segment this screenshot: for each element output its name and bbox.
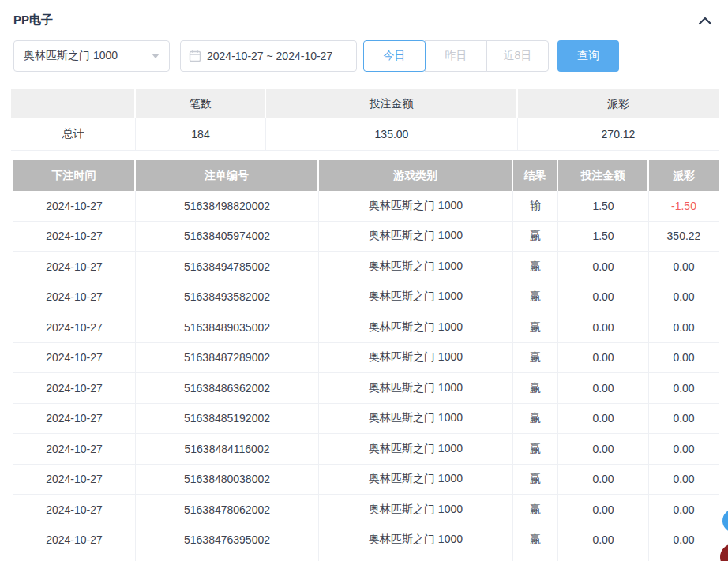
- cell-bet-id: 51638489035002: [136, 312, 319, 343]
- cell-game-category: 奥林匹斯之门 1000: [319, 343, 513, 374]
- table-row: 2024-10-2751638498820002奥林匹斯之门 1000输1.50…: [13, 191, 719, 222]
- cell-result: 赢: [513, 312, 558, 343]
- cell-result: 赢: [513, 525, 558, 556]
- cell-payout: 0.00: [649, 495, 719, 525]
- table-row: 2024-10-2751638484116002奥林匹斯之门 1000赢0.00…: [13, 434, 719, 465]
- summary-header-count: 笔数: [136, 89, 266, 118]
- summary-header-row: 笔数 投注金额 派彩: [11, 89, 719, 118]
- cell-bet-amount: 0.00: [558, 312, 649, 343]
- cell-bet-amount: 0.00: [558, 525, 649, 556]
- empty-cell: [558, 555, 649, 561]
- summary-total-row: 总计 184 135.00 270.12: [11, 118, 719, 151]
- cell-game-category: 奥林匹斯之门 1000: [319, 495, 513, 525]
- collapse-panel-button[interactable]: [697, 15, 713, 26]
- cell-bet-amount: 0.00: [558, 282, 649, 313]
- date-range-picker[interactable]: 2024-10-27 ~ 2024-10-27: [180, 40, 357, 72]
- cell-bet-id: 51638486362002: [136, 373, 319, 404]
- cell-bet-amount: 0.00: [558, 343, 649, 374]
- filter-bar: 奥林匹斯之门 1000 2024-10-27 ~ 2024-10-27 今日昨日…: [13, 40, 728, 72]
- table-row: 2024-10-2751638405974002奥林匹斯之门 1000赢1.50…: [13, 222, 719, 252]
- cell-bet-amount: 0.00: [558, 434, 649, 465]
- cell-result: 赢: [513, 282, 558, 313]
- cell-payout: 0.00: [649, 434, 719, 465]
- cell-bet-amount: 0.00: [558, 373, 649, 404]
- quick-date-button-group: 今日昨日近8日: [363, 40, 549, 72]
- cell-game-category: 奥林匹斯之门 1000: [319, 525, 513, 556]
- empty-cell: [319, 555, 513, 561]
- panel-header: PP电子: [0, 0, 728, 28]
- table-row: 2024-10-2751638476395002奥林匹斯之门 1000赢0.00…: [13, 525, 719, 556]
- calendar-icon: [189, 50, 201, 62]
- table-row: 2024-10-2751638489035002奥林匹斯之门 1000赢0.00…: [13, 312, 719, 343]
- header-bet-id: 注单编号: [136, 160, 319, 191]
- cell-bet-id: 51638480038002: [136, 465, 319, 496]
- bet-table-header-row: 下注时间 注单编号 游戏类别 结果 投注金额 派彩: [13, 160, 719, 191]
- cell-game-category: 奥林匹斯之门 1000: [319, 282, 513, 313]
- cell-payout: 0.00: [649, 282, 719, 313]
- header-result: 结果: [513, 160, 558, 191]
- cell-bet-amount: 0.00: [558, 465, 649, 496]
- cell-bet-amount: 1.50: [558, 191, 649, 222]
- cell-bet-id: 51638478062002: [136, 495, 319, 525]
- cell-payout: 0.00: [649, 312, 719, 343]
- quick-button-2[interactable]: 近8日: [486, 40, 549, 72]
- bet-table-body: 2024-10-2751638498820002奥林匹斯之门 1000输1.50…: [13, 191, 719, 561]
- cell-result: 赢: [513, 222, 558, 252]
- cell-bet-amount: 0.00: [558, 252, 649, 282]
- cell-game-category: 奥林匹斯之门 1000: [319, 312, 513, 343]
- game-select[interactable]: 奥林匹斯之门 1000: [13, 40, 170, 72]
- cell-payout: 0.00: [649, 525, 719, 556]
- search-button[interactable]: 查询: [557, 40, 619, 72]
- table-row: 2024-10-2751638480038002奥林匹斯之门 1000赢0.00…: [13, 465, 719, 496]
- cell-bet-id: 51638498820002: [136, 191, 319, 222]
- table-row-partial: [13, 555, 719, 561]
- summary-total-count: 184: [136, 118, 266, 151]
- game-select-value: 奥林匹斯之门 1000: [24, 49, 118, 63]
- cell-result: 赢: [513, 252, 558, 282]
- cell-result: 输: [513, 191, 558, 222]
- table-row: 2024-10-2751638493582002奥林匹斯之门 1000赢0.00…: [13, 282, 719, 313]
- cell-bet-amount: 0.00: [558, 495, 649, 525]
- cell-bet-id: 51638493582002: [136, 282, 319, 313]
- summary-header-bet-amount: 投注金额: [266, 89, 518, 118]
- cell-bet-time: 2024-10-27: [13, 434, 136, 465]
- page-title: PP电子: [13, 13, 53, 28]
- empty-cell: [649, 555, 719, 561]
- cell-bet-time: 2024-10-27: [13, 343, 136, 374]
- cell-game-category: 奥林匹斯之门 1000: [319, 252, 513, 282]
- cell-bet-id: 51638487289002: [136, 343, 319, 374]
- cell-bet-id: 51638485192002: [136, 404, 319, 435]
- cell-bet-amount: 0.00: [558, 404, 649, 435]
- cell-result: 赢: [513, 343, 558, 374]
- empty-cell: [136, 555, 319, 561]
- cell-payout: 0.00: [649, 343, 719, 374]
- cell-bet-amount: 1.50: [558, 222, 649, 252]
- cell-bet-time: 2024-10-27: [13, 282, 136, 313]
- cell-bet-time: 2024-10-27: [13, 465, 136, 496]
- header-bet-time: 下注时间: [13, 160, 136, 191]
- cell-payout: 350.22: [649, 222, 719, 252]
- header-bet-amount: 投注金额: [558, 160, 649, 191]
- table-row: 2024-10-2751638485192002奥林匹斯之门 1000赢0.00…: [13, 404, 719, 435]
- floating-promo-button[interactable]: [720, 544, 728, 561]
- cell-bet-time: 2024-10-27: [13, 404, 136, 435]
- cell-game-category: 奥林匹斯之门 1000: [319, 191, 513, 222]
- cell-bet-time: 2024-10-27: [13, 525, 136, 556]
- caret-down-icon: [152, 54, 159, 58]
- floating-service-button[interactable]: [722, 509, 728, 533]
- cell-bet-time: 2024-10-27: [13, 252, 136, 282]
- cell-bet-time: 2024-10-27: [13, 222, 136, 252]
- cell-result: 赢: [513, 404, 558, 435]
- cell-result: 赢: [513, 373, 558, 404]
- cell-payout: -1.50: [649, 191, 719, 222]
- empty-cell: [13, 555, 136, 561]
- quick-button-1[interactable]: 昨日: [425, 40, 487, 72]
- cell-bet-id: 51638494785002: [136, 252, 319, 282]
- cell-game-category: 奥林匹斯之门 1000: [319, 222, 513, 252]
- cell-game-category: 奥林匹斯之门 1000: [319, 465, 513, 496]
- cell-payout: 0.00: [649, 404, 719, 435]
- quick-button-0[interactable]: 今日: [363, 40, 426, 72]
- summary-total-bet-amount: 135.00: [266, 118, 518, 151]
- header-game-category: 游戏类别: [319, 160, 513, 191]
- cell-result: 赢: [513, 434, 558, 465]
